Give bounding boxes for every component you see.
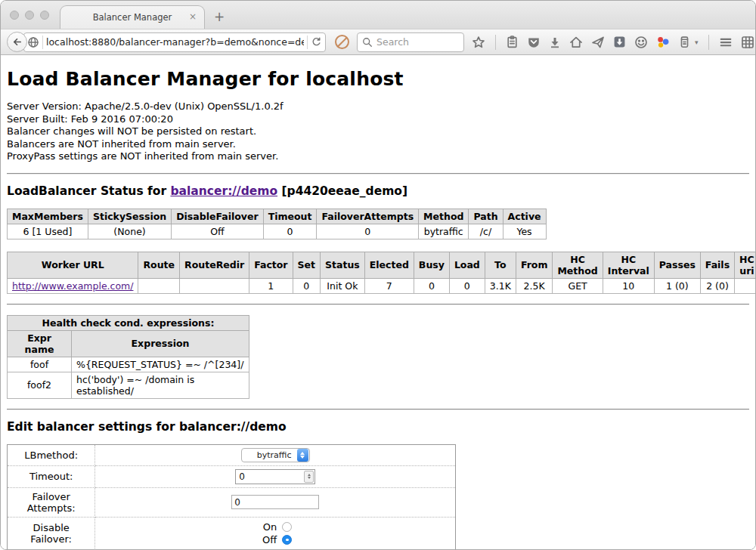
column-header: Busy [414, 252, 449, 278]
health-table-title: Health check cond. expressions: [8, 315, 249, 330]
column-header: DisableFailover [172, 209, 263, 224]
search-icon [362, 37, 373, 48]
radio-off[interactable] [282, 535, 292, 545]
table-cell: bytraffic [419, 224, 469, 239]
downloads-icon[interactable] [549, 36, 561, 48]
server-built: Server Built: Feb 9 2016 07:00:20 [7, 113, 749, 126]
back-arrow-icon [11, 36, 23, 48]
minimize-window-button[interactable] [25, 11, 34, 20]
heading-prefix: LoadBalancer Status for [7, 184, 170, 198]
radio-off-label: Off [259, 533, 277, 546]
server-info: Server Version: Apache/2.5.0-dev (Unix) … [7, 100, 749, 163]
back-button[interactable] [7, 32, 27, 52]
table-header-row: Expr name Expression [8, 330, 249, 357]
radio-on-label: On [259, 521, 277, 533]
table-cell: foof2 [8, 372, 72, 398]
timeout-input[interactable]: 0 [235, 469, 315, 484]
table-cell [735, 278, 755, 293]
column-header: Method [419, 209, 469, 224]
table-cell: 7 [364, 278, 414, 293]
table-header-row: Worker URL Route RouteRedir Factor Set S… [8, 252, 756, 278]
column-header: Set [293, 252, 320, 278]
note-proxypass: ProxyPass settings are NOT inherited fro… [7, 150, 749, 163]
column-header: Load [449, 252, 485, 278]
tab-balancer-manager[interactable]: Balancer Manager × [60, 5, 205, 29]
search-bar[interactable] [357, 32, 464, 52]
send-tab-icon[interactable] [591, 36, 605, 49]
lbmethod-label: LBmethod: [8, 444, 95, 465]
disable-failover-cell: On Off [95, 517, 456, 549]
number-spinner-icon[interactable] [304, 471, 314, 483]
chevron-down-icon[interactable]: ▾ [695, 39, 699, 46]
column-header: Status [321, 252, 365, 278]
tab-title: Balancer Manager [93, 12, 172, 23]
balancer-demo-link[interactable]: balancer://demo [170, 184, 277, 198]
table-row: 6 [1 Used] (None) Off 0 0 bytraffic /c/ … [8, 224, 547, 239]
table-cell: GET [553, 278, 603, 293]
lbmethod-cell: bytraffic [95, 444, 456, 465]
url-text[interactable]: localhost:8880/balancer-manager?b=demo&n… [46, 36, 304, 48]
table-cell: hc('body') =~ /domain is established/ [72, 372, 249, 398]
table-header-row: MaxMembers StickySession DisableFailover… [8, 209, 547, 224]
save-page-extension-icon[interactable] [613, 36, 626, 48]
url-bar[interactable]: localhost:8880/balancer-manager?b=demo&n… [23, 32, 326, 52]
column-header: HC uri [735, 252, 755, 278]
timeout-label: Timeout: [8, 465, 95, 487]
section-divider [7, 409, 749, 410]
globe-icon [27, 36, 39, 48]
home-icon[interactable] [569, 36, 583, 49]
reload-button[interactable] [311, 36, 322, 48]
timeout-cell: 0 [95, 465, 456, 487]
table-cell: 2.5K [516, 278, 553, 293]
feedback-smiley-icon[interactable] [634, 36, 648, 49]
table-cell [138, 278, 180, 293]
column-header: To [485, 252, 516, 278]
new-tab-button[interactable]: + [214, 9, 225, 24]
table-cell: 1 (0) [654, 278, 700, 293]
table-cell: 0 [317, 224, 419, 239]
worker-table: Worker URL Route RouteRedir Factor Set S… [7, 252, 755, 294]
lbmethod-select[interactable]: bytraffic [241, 448, 310, 462]
colored-dots-extension-icon[interactable] [656, 36, 670, 49]
radio-on[interactable] [282, 522, 292, 532]
column-header: Timeout [263, 209, 317, 224]
table-row: foof %{REQUEST_STATUS} =~ /^[234]/ [8, 357, 249, 372]
clipboard-icon[interactable] [506, 36, 519, 48]
menu-hamburger-icon[interactable] [719, 36, 733, 49]
form-row-disable-failover: Disable Failover: On Off [8, 517, 456, 549]
table-cell: 3.1K [485, 278, 516, 293]
column-header: RouteRedir [180, 252, 249, 278]
blocked-content-icon[interactable] [335, 35, 349, 49]
table-cell: 0 [414, 278, 449, 293]
tab-groups-grid-icon[interactable] [741, 36, 754, 49]
close-window-button[interactable] [10, 11, 19, 20]
select-stepper-icon [297, 449, 308, 462]
tab-close-icon[interactable]: × [189, 12, 197, 21]
column-header: Active [503, 209, 546, 224]
column-header: Path [469, 209, 503, 224]
toolbar-separator [495, 35, 496, 50]
table-cell: Init Ok [321, 278, 365, 293]
timeout-value: 0 [239, 471, 245, 482]
navigation-toolbar: localhost:8880/balancer-manager?b=demo&n… [1, 29, 755, 55]
table-cell: 6 [1 Used] [8, 224, 88, 239]
column-header: Fails [700, 252, 734, 278]
column-header: Expression [72, 330, 249, 357]
tab-strip: Balancer Manager × + [1, 1, 755, 29]
table-cell: Off [172, 224, 263, 239]
table-cell: foof [8, 357, 72, 372]
search-input[interactable] [376, 36, 452, 48]
zoom-window-button[interactable] [40, 11, 49, 20]
heading-suffix: [p4420eeae_demo] [277, 184, 407, 198]
table-cell: (None) [88, 224, 171, 239]
column-header: StickySession [88, 209, 171, 224]
column-header: FailoverAttempts [317, 209, 419, 224]
container-extension-icon[interactable] [678, 36, 691, 48]
failover-attempts-input[interactable] [231, 495, 319, 509]
table-title-row: Health check cond. expressions: [8, 315, 249, 330]
pocket-icon[interactable] [527, 36, 541, 49]
failover-attempts-cell [95, 487, 456, 517]
bookmark-star-icon[interactable] [472, 36, 485, 49]
window-controls[interactable] [10, 11, 49, 20]
worker-url-link[interactable]: http://www.example.com/ [12, 280, 133, 292]
